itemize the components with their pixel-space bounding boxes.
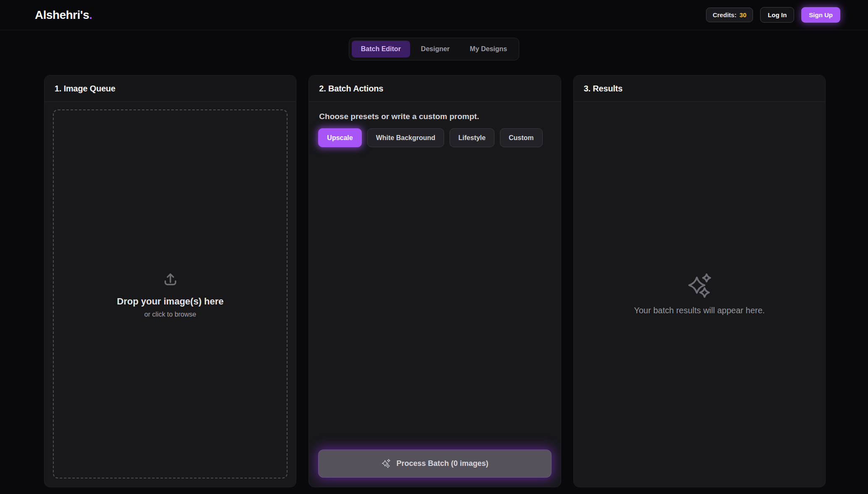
- app-header: Alshehri's. Credits: 30 Log In Sign Up: [0, 0, 868, 30]
- sparkles-icon: [381, 459, 391, 468]
- dropzone-title: Drop your image(s) here: [117, 296, 224, 307]
- results-empty-text: Your batch results will appear here.: [634, 306, 765, 315]
- app-logo: Alshehri's.: [35, 8, 92, 22]
- panel-results: 3. Results Your batch results will appea…: [573, 75, 826, 487]
- image-dropzone[interactable]: Drop your image(s) here or click to brow…: [53, 109, 288, 478]
- preset-custom[interactable]: Custom: [500, 128, 543, 147]
- panel-image-queue-header: 1. Image Queue: [44, 75, 296, 102]
- panel-batch-actions-title: 2. Batch Actions: [319, 84, 550, 94]
- tab-designer[interactable]: Designer: [412, 41, 459, 57]
- logo-text: Alshehri's: [35, 8, 89, 21]
- preset-lifestyle[interactable]: Lifestyle: [450, 128, 494, 147]
- panel-results-title: 3. Results: [584, 84, 815, 94]
- credits-badge: Credits: 30: [706, 8, 753, 22]
- panel-batch-actions: 2. Batch Actions Choose presets or write…: [309, 75, 561, 487]
- tab-batch-editor[interactable]: Batch Editor: [352, 41, 410, 57]
- header-actions: Credits: 30 Log In Sign Up: [706, 7, 840, 23]
- upload-icon: [162, 270, 179, 288]
- panel-batch-actions-header: 2. Batch Actions: [309, 75, 560, 102]
- results-empty-state: Your batch results will appear here.: [634, 273, 765, 315]
- tab-container: Batch Editor Designer My Designs: [349, 38, 520, 60]
- credits-label: Credits:: [713, 11, 737, 18]
- panel-image-queue-title: 1. Image Queue: [55, 84, 286, 94]
- spacer: [318, 147, 551, 450]
- panel-results-body: Your batch results will appear here.: [574, 102, 825, 487]
- signup-button[interactable]: Sign Up: [801, 7, 840, 23]
- tab-my-designs[interactable]: My Designs: [460, 41, 516, 57]
- credits-value: 30: [740, 11, 747, 18]
- panel-results-header: 3. Results: [574, 75, 825, 102]
- presets-heading: Choose presets or write a custom prompt.: [319, 112, 551, 121]
- view-switcher: Batch Editor Designer My Designs: [0, 38, 868, 60]
- panel-image-queue: 1. Image Queue Drop your image(s) here o…: [44, 75, 296, 487]
- preset-white-background[interactable]: White Background: [367, 128, 444, 147]
- logo-dot: .: [89, 8, 92, 21]
- main-content: 1. Image Queue Drop your image(s) here o…: [44, 75, 826, 487]
- login-button[interactable]: Log In: [760, 7, 794, 23]
- preset-row: Upscale White Background Lifestyle Custo…: [318, 128, 551, 147]
- sparkles-icon: [686, 273, 712, 299]
- preset-upscale[interactable]: Upscale: [318, 128, 361, 147]
- dropzone-subtitle: or click to browse: [144, 311, 196, 318]
- process-batch-label: Process Batch (0 images): [396, 459, 488, 468]
- panel-image-queue-body: Drop your image(s) here or click to brow…: [44, 102, 296, 487]
- process-batch-button[interactable]: Process Batch (0 images): [318, 450, 551, 478]
- panel-batch-actions-body: Choose presets or write a custom prompt.…: [309, 102, 560, 487]
